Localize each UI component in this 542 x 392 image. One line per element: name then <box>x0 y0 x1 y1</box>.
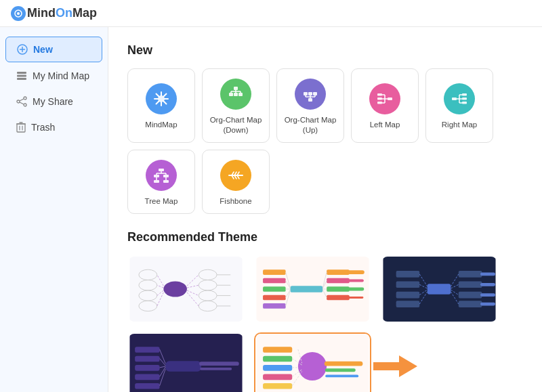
svg-point-8 <box>24 97 26 100</box>
svg-rect-149 <box>135 347 159 353</box>
right-map-icon-circle <box>444 83 475 114</box>
left-map-label: Left Map <box>370 120 400 130</box>
theme-card-wrapper-5 <box>254 332 371 392</box>
svg-rect-166 <box>263 374 292 380</box>
svg-rect-130 <box>396 301 420 307</box>
svg-rect-44 <box>377 93 382 96</box>
svg-rect-106 <box>263 295 286 300</box>
theme-card-1[interactable] <box>127 255 245 323</box>
map-card-tree-map[interactable]: Tree Map <box>127 150 195 214</box>
svg-rect-62 <box>154 175 159 177</box>
svg-rect-148 <box>165 361 201 371</box>
theme-row-1 <box>127 255 523 323</box>
svg-line-24 <box>164 102 167 104</box>
svg-rect-107 <box>263 303 286 309</box>
map-card-left-map[interactable]: Left Map <box>351 68 419 143</box>
theme-row-2 <box>127 332 523 392</box>
right-map-label: Right Map <box>442 120 477 130</box>
svg-rect-163 <box>263 347 292 353</box>
svg-line-12 <box>20 102 24 104</box>
topbar: MindOnMap <box>0 0 542 27</box>
svg-line-25 <box>164 94 167 97</box>
svg-rect-136 <box>459 281 482 288</box>
logo-text-mind: Mind <box>27 6 56 20</box>
svg-rect-164 <box>263 355 292 362</box>
svg-rect-45 <box>377 97 382 100</box>
map-type-grid: MindMap Org-Chart Map(Down <box>127 68 523 214</box>
svg-rect-151 <box>135 365 159 371</box>
map-card-mindmap[interactable]: MindMap <box>127 68 195 143</box>
content-area: New MindM <box>108 27 542 392</box>
svg-rect-152 <box>135 374 159 380</box>
theme-card-3[interactable] <box>381 255 498 323</box>
map-card-org-down[interactable]: Org-Chart Map(Down) <box>202 68 270 143</box>
theme-card-4[interactable] <box>127 332 245 392</box>
svg-rect-36 <box>304 92 308 95</box>
theme-card-wrapper-1 <box>127 255 245 323</box>
svg-rect-127 <box>396 271 420 278</box>
org-down-icon-circle <box>220 79 251 110</box>
logo-icon <box>11 6 26 21</box>
svg-point-10 <box>24 104 26 106</box>
mindmap-icon-circle <box>146 83 177 114</box>
svg-rect-27 <box>234 87 238 90</box>
sidebar-item-trash-label: Trash <box>31 122 55 133</box>
theme-card-wrapper-4 <box>127 332 245 392</box>
svg-rect-29 <box>234 93 238 96</box>
recommended-section-title: Recommended Theme <box>127 230 523 244</box>
sidebar-item-trash[interactable]: Trash <box>5 115 102 139</box>
svg-rect-35 <box>308 98 312 102</box>
org-up-icon-circle <box>295 79 326 110</box>
svg-rect-153 <box>135 383 159 389</box>
new-section-title: New <box>127 43 523 58</box>
svg-rect-126 <box>428 284 451 294</box>
main-layout: New My Mind Map <box>0 27 542 392</box>
map-card-right-map[interactable]: Right Map <box>425 68 493 143</box>
mindmap-label: MindMap <box>145 120 177 130</box>
svg-rect-129 <box>396 292 420 299</box>
left-map-icon-circle <box>369 83 400 114</box>
svg-rect-52 <box>452 97 457 100</box>
svg-rect-64 <box>154 180 159 183</box>
svg-rect-65 <box>163 180 169 183</box>
logo-text-map: Map <box>72 6 97 20</box>
svg-rect-63 <box>163 175 169 177</box>
fishbone-label: Fishbone <box>220 196 251 206</box>
svg-rect-30 <box>238 93 243 96</box>
sidebar-item-my-mind-map[interactable]: My Mind Map <box>5 64 102 88</box>
logo[interactable]: MindOnMap <box>11 6 97 21</box>
org-down-label: Org-Chart Map(Down) <box>210 115 262 135</box>
svg-rect-102 <box>290 286 322 292</box>
org-up-label: Org-Chart Map (Up) <box>283 115 338 135</box>
sidebar-item-new[interactable]: New <box>5 37 102 62</box>
layers-icon <box>16 71 27 81</box>
svg-rect-167 <box>263 383 292 389</box>
trash-icon <box>16 122 26 133</box>
theme-card-5[interactable] <box>254 332 371 392</box>
svg-rect-55 <box>462 102 467 104</box>
svg-rect-37 <box>308 92 312 95</box>
map-card-org-up[interactable]: Org-Chart Map (Up) <box>276 68 344 143</box>
map-card-fishbone[interactable]: Fishbone <box>202 150 270 214</box>
tree-map-icon-circle <box>146 160 177 191</box>
fishbone-icon-circle <box>220 160 251 191</box>
svg-line-23 <box>157 94 159 97</box>
logo-text-on: On <box>56 6 72 20</box>
svg-marker-176 <box>373 355 417 377</box>
share-icon <box>16 96 27 107</box>
sidebar-item-my-mind-map-label: My Mind Map <box>33 70 89 81</box>
svg-rect-6 <box>17 75 26 77</box>
svg-rect-61 <box>159 169 164 171</box>
svg-point-1 <box>17 12 20 15</box>
sidebar-item-new-label: New <box>33 44 53 55</box>
sidebar-item-my-share[interactable]: My Share <box>5 89 102 114</box>
svg-rect-113 <box>327 269 350 275</box>
svg-rect-150 <box>135 355 159 362</box>
svg-line-26 <box>157 102 159 104</box>
svg-rect-7 <box>17 78 26 80</box>
theme-card-2[interactable] <box>254 255 371 323</box>
svg-rect-114 <box>327 278 350 283</box>
svg-rect-5 <box>17 72 26 74</box>
svg-rect-128 <box>396 281 420 288</box>
theme-card-wrapper-3 <box>381 255 498 323</box>
